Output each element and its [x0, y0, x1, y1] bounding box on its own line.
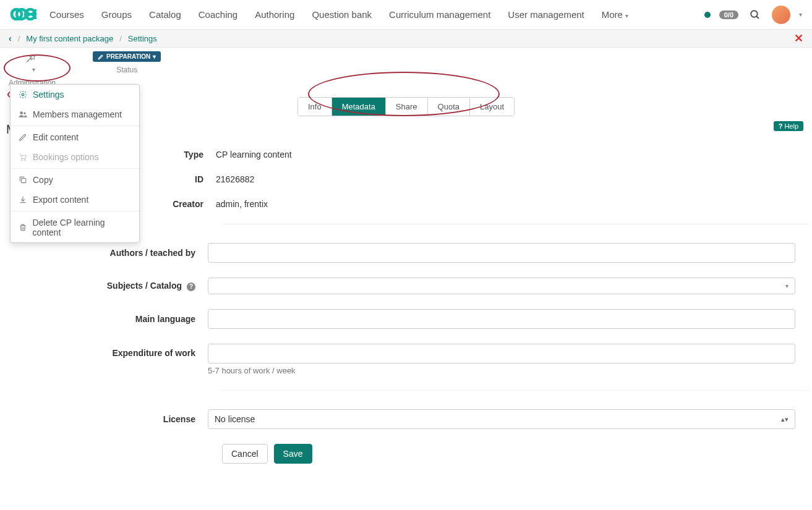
nav-curriculum[interactable]: Curriculum management [389, 9, 490, 20]
dropdown-edit[interactable]: Edit content [11, 127, 139, 147]
label-subjects: Subjects / Catalog ? [9, 281, 208, 291]
nav-right: 0/0 ▾ [704, 6, 802, 24]
logo-icon[interactable] [10, 7, 37, 22]
dropdown-export[interactable]: Export content [11, 190, 139, 210]
divider [222, 224, 810, 224]
expenditure-input[interactable] [208, 344, 795, 363]
status-block: PREPARATION ▾ Status [93, 51, 161, 74]
avatar[interactable] [772, 6, 790, 24]
top-nav: Courses Groups Catalog Coaching Authorin… [0, 0, 812, 30]
cancel-button[interactable]: Cancel [222, 444, 268, 464]
administration-dropdown: Settings Members management Edit content… [10, 84, 140, 243]
chevron-down-icon: ▾ [785, 283, 788, 289]
administration-menu[interactable]: ▾ Administration [9, 51, 56, 87]
nav-user-mgmt[interactable]: User management [508, 9, 584, 20]
svg-point-2 [751, 11, 758, 17]
nav-more[interactable]: More ▾ [602, 9, 628, 20]
svg-point-7 [21, 159, 22, 161]
close-icon[interactable]: ✕ [794, 32, 803, 45]
tab-quota[interactable]: Quota [428, 98, 470, 116]
help-icon: ? [779, 122, 783, 130]
label-expenditure: Expenditure of work [9, 344, 208, 358]
cart-icon [18, 153, 28, 161]
license-select[interactable]: No license ▴▾ [208, 409, 795, 429]
value-creator: admin, frentix [216, 199, 795, 209]
help-icon[interactable]: ? [187, 283, 195, 291]
label-license: License [9, 414, 208, 424]
dropdown-members[interactable]: Members management [11, 104, 139, 124]
svg-line-3 [756, 16, 759, 19]
select-arrows-icon: ▴▾ [781, 415, 788, 423]
divider [222, 390, 810, 391]
tab-layout[interactable]: Layout [470, 98, 514, 116]
nav-links: Courses Groups Catalog Coaching Authorin… [49, 9, 704, 20]
status-pill[interactable]: PREPARATION ▾ [93, 51, 161, 62]
label-authors: Authors / teached by [9, 248, 208, 258]
copy-icon [18, 176, 28, 184]
status-dot-icon[interactable] [704, 12, 711, 18]
nav-authoring[interactable]: Authoring [255, 9, 294, 20]
users-icon [18, 110, 28, 119]
value-id: 21626882 [216, 174, 795, 184]
svg-point-8 [25, 159, 26, 161]
help-button[interactable]: ? Help [774, 121, 803, 131]
dropdown-settings[interactable]: Settings [11, 85, 139, 104]
svg-point-4 [22, 93, 24, 96]
administration-button[interactable]: ▾ [20, 51, 44, 77]
breadcrumb-sep: / [119, 34, 122, 43]
count-badge[interactable]: 0/0 [719, 11, 738, 19]
chevron-down-icon: ▾ [153, 53, 156, 60]
breadcrumb-current[interactable]: Settings [128, 34, 157, 43]
download-icon [18, 195, 28, 204]
subjects-select[interactable]: ▾ [208, 278, 795, 294]
chevron-down-icon: ▾ [625, 12, 628, 19]
chevron-down-icon: ▾ [32, 66, 35, 73]
authors-input[interactable] [208, 243, 795, 263]
tabs: Info Metadata Share Quota Layout [297, 97, 515, 116]
tab-info[interactable]: Info [298, 98, 332, 116]
pencil-icon [18, 133, 28, 142]
expenditure-hint: 5-7 hours of work / week [208, 366, 795, 375]
nav-courses[interactable]: Courses [49, 9, 84, 20]
gear-icon [18, 90, 28, 99]
search-button[interactable] [747, 7, 763, 23]
svg-point-5 [20, 111, 23, 114]
user-menu-caret-icon[interactable]: ▾ [799, 11, 802, 18]
nav-coaching[interactable]: Coaching [199, 9, 237, 20]
tab-share[interactable]: Share [386, 98, 428, 116]
breadcrumb-back[interactable]: ‹ [9, 33, 12, 43]
language-input[interactable] [208, 309, 795, 329]
svg-point-6 [24, 113, 26, 115]
breadcrumb: ‹ / My first content package / Settings … [0, 30, 812, 48]
form-buttons: Cancel Save [222, 444, 795, 464]
tab-metadata[interactable]: Metadata [332, 98, 386, 116]
trash-icon [18, 223, 27, 232]
svg-rect-9 [22, 179, 26, 183]
breadcrumb-parent[interactable]: My first content package [26, 34, 113, 43]
status-label: Status [116, 66, 137, 74]
label-language: Main language [9, 314, 208, 324]
dropdown-bookings[interactable]: Bookings options [11, 147, 139, 167]
save-button[interactable]: Save [274, 444, 312, 464]
nav-groups[interactable]: Groups [101, 9, 132, 20]
nav-catalog[interactable]: Catalog [149, 9, 181, 20]
breadcrumb-sep: / [18, 34, 20, 43]
value-type: CP learning content [216, 150, 795, 159]
dropdown-delete[interactable]: Delete CP learning content [11, 213, 139, 242]
nav-question-bank[interactable]: Question bank [312, 9, 372, 20]
dropdown-copy[interactable]: Copy [11, 170, 139, 190]
